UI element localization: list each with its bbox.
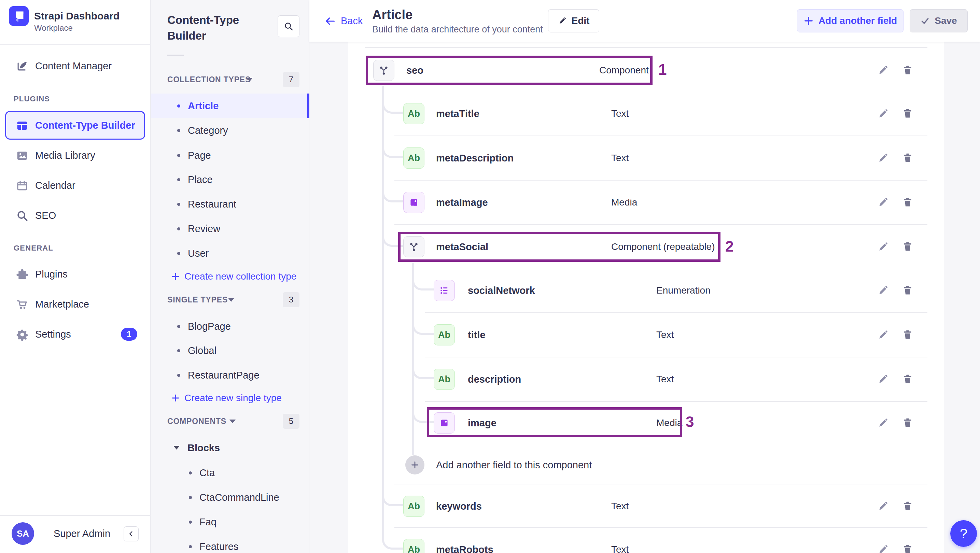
blocks-expand-caret-icon[interactable] bbox=[173, 446, 180, 450]
create-single-type-label: Create new single type bbox=[185, 393, 282, 404]
seo-search-icon bbox=[16, 209, 29, 222]
workspace-label: Workplace bbox=[34, 23, 73, 33]
edit-field-button[interactable] bbox=[876, 107, 890, 121]
user-name: Super Admin bbox=[54, 528, 110, 539]
delete-field-button[interactable] bbox=[901, 106, 915, 120]
collection-types-header[interactable]: COLLECTION TYPES bbox=[167, 75, 251, 84]
page-title: Article bbox=[372, 8, 412, 22]
delete-field-button[interactable] bbox=[901, 416, 915, 429]
back-arrow-icon bbox=[325, 15, 336, 27]
row-divider bbox=[395, 224, 928, 225]
content-type-builder-icon bbox=[16, 119, 29, 132]
save-button[interactable]: Save bbox=[910, 9, 968, 32]
add-component-field-label[interactable]: Add another field to this component bbox=[436, 459, 592, 471]
collection-types-count-badge: 7 bbox=[283, 72, 299, 87]
single-types-count-badge: 3 bbox=[283, 292, 299, 307]
edit-field-button[interactable] bbox=[876, 416, 890, 430]
edit-field-button[interactable] bbox=[876, 240, 890, 254]
edit-field-button[interactable] bbox=[876, 543, 890, 553]
field-type: Text bbox=[611, 501, 628, 512]
single-item-global[interactable]: Global bbox=[188, 345, 216, 356]
bullet-icon bbox=[177, 325, 180, 328]
media-field-icon bbox=[403, 192, 425, 213]
single-types-header[interactable]: SINGLE TYPES bbox=[167, 295, 228, 305]
check-icon bbox=[920, 16, 930, 25]
add-another-field-button[interactable]: Add another field bbox=[797, 9, 904, 32]
collection-item-page[interactable]: Page bbox=[188, 150, 211, 161]
enumeration-field-icon bbox=[434, 280, 455, 301]
field-type: Text bbox=[656, 374, 674, 385]
component-item-ctacommandline[interactable]: CtaCommandLine bbox=[199, 492, 279, 503]
plus-icon bbox=[803, 16, 814, 26]
help-button[interactable]: ? bbox=[950, 520, 977, 547]
single-item-blogpage[interactable]: BlogPage bbox=[188, 321, 231, 332]
collection-item-article[interactable]: Article bbox=[188, 100, 218, 111]
plugins-section-header: PLUGINS bbox=[14, 95, 50, 103]
delete-field-button[interactable] bbox=[901, 63, 915, 77]
add-component-field-button[interactable] bbox=[405, 455, 425, 475]
edit-button[interactable]: Edit bbox=[548, 9, 599, 32]
field-name: socialNetwork bbox=[468, 285, 535, 296]
single-item-restaurantpage[interactable]: RestaurantPage bbox=[188, 370, 259, 381]
collection-item-review[interactable]: Review bbox=[188, 223, 220, 235]
field-type: Enumeration bbox=[656, 285, 711, 296]
bullet-icon bbox=[177, 374, 180, 377]
plus-icon bbox=[171, 272, 180, 281]
row-divider bbox=[395, 527, 928, 528]
settings-notification-badge: 1 bbox=[121, 328, 137, 341]
delete-field-button[interactable] bbox=[901, 328, 915, 342]
delete-field-button[interactable] bbox=[901, 283, 915, 297]
calendar-icon bbox=[16, 179, 29, 192]
edit-field-button[interactable] bbox=[876, 284, 890, 297]
component-item-cta[interactable]: Cta bbox=[199, 467, 215, 478]
back-label[interactable]: Back bbox=[341, 15, 363, 27]
bullet-icon bbox=[189, 496, 192, 499]
sidebar-footer-divider bbox=[0, 515, 151, 516]
tree-elbow bbox=[382, 186, 403, 202]
user-avatar[interactable]: SA bbox=[12, 522, 34, 545]
row-divider bbox=[425, 401, 928, 402]
back-link[interactable] bbox=[325, 15, 336, 27]
field-name: metaRobots bbox=[436, 544, 493, 553]
annotation-number-1: 1 bbox=[658, 61, 667, 78]
text-field-icon: Ab bbox=[434, 369, 455, 390]
components-category-blocks[interactable]: Blocks bbox=[188, 442, 220, 454]
delete-field-button[interactable] bbox=[901, 372, 915, 386]
strapi-logo-icon bbox=[9, 6, 29, 26]
add-another-field-label: Add another field bbox=[818, 15, 897, 26]
search-icon bbox=[283, 21, 294, 32]
annotation-number-2: 2 bbox=[725, 238, 733, 255]
marketplace-label: Marketplace bbox=[35, 299, 89, 310]
edit-field-button[interactable] bbox=[876, 195, 890, 209]
edit-pencil-icon bbox=[558, 16, 567, 25]
search-button[interactable] bbox=[278, 15, 299, 37]
edit-field-button[interactable] bbox=[876, 64, 890, 77]
delete-field-button[interactable] bbox=[901, 151, 915, 165]
field-name: metaDescription bbox=[436, 153, 514, 164]
field-name: title bbox=[468, 329, 485, 341]
collection-item-restaurant[interactable]: Restaurant bbox=[188, 199, 236, 210]
edit-field-button[interactable] bbox=[876, 328, 890, 342]
edit-field-button[interactable] bbox=[876, 372, 890, 386]
component-item-features[interactable]: Features bbox=[199, 541, 238, 552]
tree-elbow bbox=[412, 363, 434, 379]
puzzle-icon bbox=[16, 268, 29, 281]
collection-item-category[interactable]: Category bbox=[188, 125, 228, 136]
collection-item-place[interactable]: Place bbox=[188, 174, 213, 185]
field-type: Text bbox=[611, 544, 628, 553]
delete-field-button[interactable] bbox=[901, 240, 915, 253]
edit-field-button[interactable] bbox=[876, 151, 890, 165]
row-divider bbox=[395, 180, 928, 181]
row-divider bbox=[395, 135, 928, 136]
collection-item-user[interactable]: User bbox=[188, 248, 208, 259]
plugins-label: Plugins bbox=[35, 269, 68, 280]
delete-field-button[interactable] bbox=[901, 542, 915, 553]
delete-field-button[interactable] bbox=[901, 195, 915, 209]
main-sidebar: Strapi Dashboard Workplace Content Manag… bbox=[0, 0, 151, 553]
delete-field-button[interactable] bbox=[901, 499, 915, 513]
edit-field-button[interactable] bbox=[876, 499, 890, 513]
collapse-sidebar-button[interactable] bbox=[124, 526, 138, 541]
component-item-faq[interactable]: Faq bbox=[199, 516, 216, 528]
panel-title: Content-Type Builder bbox=[167, 12, 277, 43]
components-header[interactable]: COMPONENTS bbox=[167, 417, 226, 426]
